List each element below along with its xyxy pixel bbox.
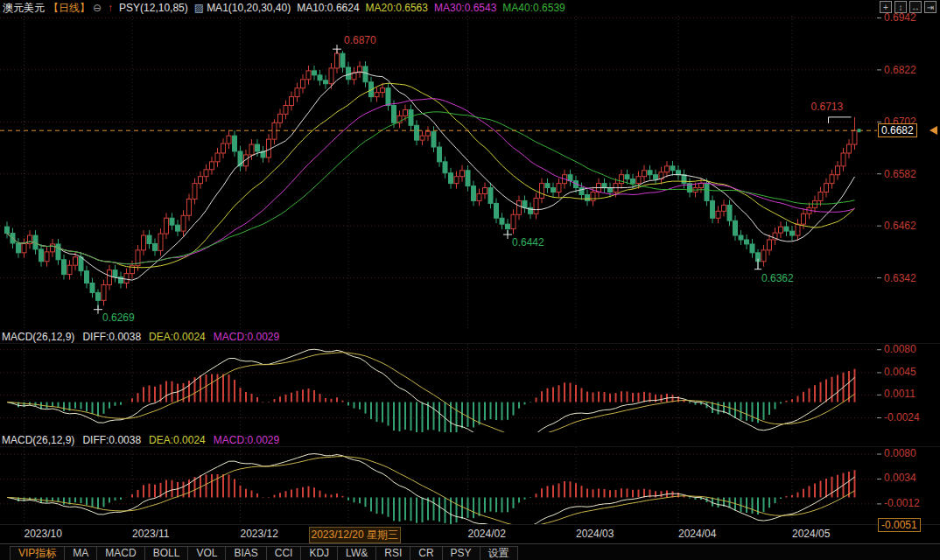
trend-up-icon: ↑ — [108, 2, 113, 14]
diff-line — [7, 349, 855, 432]
x-axis-date-label: 2024/03 — [576, 528, 614, 540]
current-price-label: 0.6682 — [878, 123, 917, 137]
macd-histogram — [7, 470, 855, 524]
macd2-dea-value: DEA:0.0024 — [149, 434, 206, 446]
macd1-title: MACD(26,12,9) — [2, 331, 74, 343]
macd2-axis-label: 0.0080 — [884, 447, 916, 459]
ma10-value: MA10:0.6624 — [297, 2, 359, 14]
macd1-axis-label: 0.0080 — [884, 343, 916, 355]
y-axis-price-label: 0.6582 — [884, 168, 916, 180]
macd2-macd-value: MACD:0.0029 — [214, 434, 279, 446]
macd-panel2-label: MACD(26,12,9) DIFF:0.0038 DEA:0.0024 MAC… — [2, 433, 279, 446]
macd-panel1-canvas[interactable] — [0, 343, 940, 432]
psy-indicator-label: PSY(12,10,85) — [119, 2, 188, 14]
toolbar-tab-vip[interactable]: VIP指标 — [10, 546, 65, 560]
toolbar-tab-cci[interactable]: CCI — [266, 546, 302, 560]
ma30-value: MA30:0.6543 — [434, 2, 496, 14]
toolbar-tab-kdj[interactable]: KDJ — [300, 546, 338, 560]
ma10-line — [7, 72, 855, 280]
ma-group-label: MA1(10,20,30,40) — [207, 2, 291, 14]
y-axis-price-label: 0.6822 — [884, 64, 916, 76]
svg-text:0.6269: 0.6269 — [102, 312, 135, 324]
main-chart-canvas[interactable]: 0.68700.62690.64420.63620.6713 — [0, 16, 940, 329]
macd2-title: MACD(26,12,9) — [2, 434, 74, 446]
y-axis-price-label: 0.6462 — [884, 220, 916, 232]
ma30-line — [7, 99, 855, 264]
x-axis-date-label: 2023/10 — [25, 528, 62, 540]
y-axis-price-label: 0.6342 — [884, 272, 916, 284]
toolbar-tab-ma[interactable]: MA — [64, 546, 97, 560]
toolbar-tab-psy[interactable]: PSY — [442, 546, 481, 560]
toolbar-tab-macd[interactable]: MACD — [96, 546, 144, 560]
macd-panel1-label: MACD(26,12,9) DIFF:0.0038 DEA:0.0024 MAC… — [2, 330, 279, 343]
y-axis-price-label: 0.6942 — [884, 11, 916, 24]
macd1-axis-label: -0.0024 — [884, 411, 920, 424]
price-annotation: 0.6269 — [94, 305, 135, 324]
x-axis-date-label: 2024/04 — [678, 528, 716, 540]
macd2-current-value-label: -0.0051 — [878, 518, 921, 532]
ma40-value: MA40:0.6539 — [502, 2, 565, 14]
ma40-line — [7, 112, 855, 264]
dea-line — [7, 353, 855, 432]
macd2-axis-label: -0.0012 — [884, 497, 920, 509]
x-axis-date-label: 2023/12 — [241, 528, 278, 540]
collapse-right-icon[interactable]: ⇥ — [924, 1, 936, 13]
collapse-icon[interactable]: ⊖ — [93, 2, 102, 14]
x-axis-date-label: 2024/02 — [468, 528, 506, 540]
price-annotation: 0.6362 — [754, 259, 794, 284]
diff-line — [7, 454, 855, 525]
indicator-toolbar: VIP指标MAMACDBOLLVOLBIASCCIKDJLW&RSICRPSY设… — [0, 543, 940, 560]
macd1-diff-value: DIFF:0.0038 — [82, 331, 141, 343]
toolbar-tab-[interactable]: 设置 — [480, 546, 518, 560]
toolbar-tab-vol[interactable]: VOL — [187, 546, 226, 560]
dea-line — [7, 457, 855, 525]
last-price-dot — [858, 129, 861, 132]
price-annotation: 0.6870 — [333, 34, 376, 53]
price-annotation: 0.6713 — [811, 101, 852, 123]
macd1-dea-value: DEA:0.0024 — [149, 331, 206, 343]
svg-text:0.6870: 0.6870 — [344, 34, 376, 46]
svg-text:0.6442: 0.6442 — [512, 236, 544, 248]
symbol-title: 澳元美元 — [3, 1, 45, 16]
svg-text:0.6362: 0.6362 — [761, 272, 794, 284]
date-axis: 2023/102023/112023/122023/12/20 星期三2024/… — [0, 524, 940, 542]
macd-histogram — [7, 369, 855, 432]
svg-text:0.6713: 0.6713 — [811, 101, 844, 113]
x-axis-date-label: 2023/11 — [132, 528, 170, 540]
mini-chart-icon: ▨ — [194, 2, 204, 14]
x-axis-highlight-date: 2023/12/20 星期三 — [309, 527, 401, 543]
vertical-gridlines — [25, 344, 793, 432]
macd-panel2-canvas[interactable] — [0, 446, 940, 525]
toolbar-tab-lw[interactable]: LW& — [337, 546, 376, 560]
macd2-axis-label: 0.0034 — [884, 472, 916, 484]
toolbar-tab-rsi[interactable]: RSI — [375, 546, 410, 560]
trading-chart-app: 澳元美元 【日线】 ⊖ ↑ PSY(12,10,85) ▨ MA1(10,20,… — [0, 0, 940, 560]
period-label: 【日线】 — [48, 1, 90, 16]
macd2-diff-value: DIFF:0.0038 — [82, 434, 141, 446]
ma20-value: MA20:0.6563 — [366, 2, 428, 14]
price-annotation: 0.6442 — [503, 230, 544, 248]
chart-header: 澳元美元 【日线】 ⊖ ↑ PSY(12,10,85) ▨ MA1(10,20,… — [0, 0, 940, 16]
macd1-axis-label: 0.0045 — [884, 366, 916, 378]
toolbar-tab-boll[interactable]: BOLL — [144, 546, 189, 560]
toolbar-tab-bias[interactable]: BIAS — [225, 546, 266, 560]
toolbar-tab-cr[interactable]: CR — [410, 546, 442, 560]
candlestick-series — [5, 49, 858, 310]
vertical-gridlines — [25, 447, 793, 525]
current-price-arrow-icon — [929, 126, 937, 135]
ma20-line — [7, 83, 855, 268]
macd1-axis-label: 0.0011 — [884, 388, 915, 400]
macd1-macd-value: MACD:0.0029 — [214, 331, 279, 343]
x-axis-date-label: 2024/05 — [792, 528, 830, 540]
